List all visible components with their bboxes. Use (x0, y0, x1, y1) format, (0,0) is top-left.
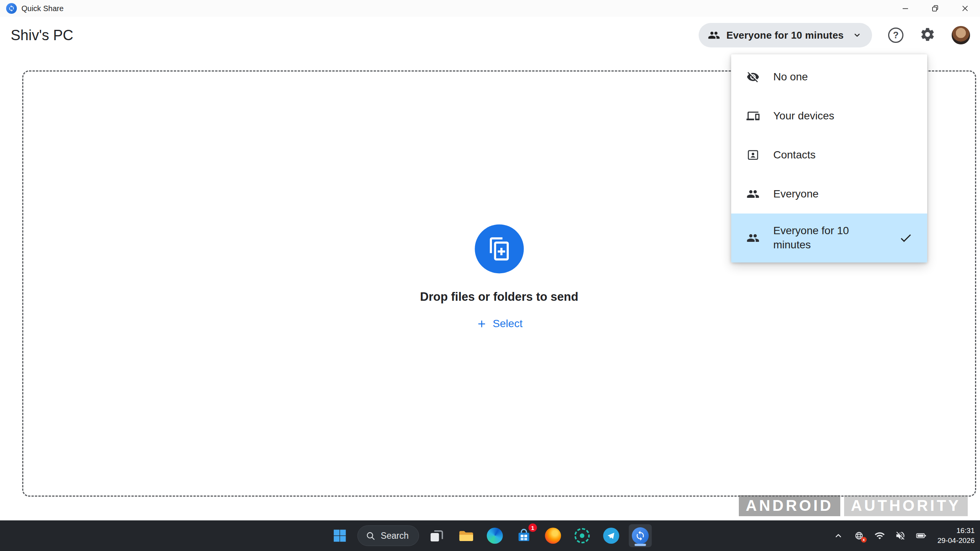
minimize-button[interactable] (890, 0, 920, 17)
store-notification-badge: 1 (528, 523, 537, 532)
watermark-right: AUTHORITY (844, 495, 968, 516)
visibility-menu: No one Your devices Contacts Everyone Ev… (731, 54, 927, 262)
menu-item-your-devices[interactable]: Your devices (731, 96, 927, 135)
hidden-icons-button[interactable] (832, 529, 845, 542)
add-files-icon (475, 224, 524, 273)
help-icon: ? (893, 30, 899, 41)
desktop: Quick Share Shiv's PC Everyone for 10 mi… (0, 0, 980, 551)
start-button[interactable] (328, 524, 351, 547)
taskbar-search[interactable]: Search (358, 525, 419, 546)
settings-button[interactable] (920, 26, 936, 44)
visibility-current-value: Everyone for 10 minutes (726, 29, 844, 41)
battery-tray-button[interactable] (915, 529, 928, 542)
clock-time: 16:31 (956, 526, 975, 536)
people-icon (708, 29, 720, 41)
volume-muted-icon (895, 530, 906, 541)
taskbar-center: Search 1 (328, 520, 652, 551)
menu-item-everyone[interactable]: Everyone (731, 174, 927, 214)
check-icon (899, 231, 913, 245)
chevron-down-icon (852, 30, 862, 40)
help-button[interactable]: ? (888, 28, 903, 43)
telegram-button[interactable] (599, 524, 622, 547)
watermark: ANDROID AUTHORITY (739, 495, 968, 516)
header-actions: Everyone for 10 minutes ? (699, 23, 970, 47)
search-label: Search (381, 531, 409, 541)
microsoft-store-button[interactable]: 1 (512, 524, 535, 547)
folder-icon (457, 528, 474, 544)
quick-share-icon (632, 527, 648, 544)
clock-date: 29-04-2026 (938, 536, 975, 546)
close-button[interactable] (950, 0, 980, 17)
account-avatar[interactable] (952, 26, 970, 44)
titlebar: Quick Share (0, 0, 980, 17)
windows-logo-icon (332, 528, 348, 544)
system-tray: x 16:31 29-04-2026 (832, 520, 975, 551)
visibility-dropdown-button[interactable]: Everyone for 10 minutes (699, 23, 872, 47)
dropzone-content: Drop files or folders to send Select (420, 224, 578, 330)
wifi-tray-button[interactable] (873, 529, 886, 542)
menu-item-no-one[interactable]: No one (731, 57, 927, 96)
chevron-up-icon (833, 530, 844, 541)
taskbar: Search 1 (0, 520, 980, 551)
device-name: Shiv's PC (11, 27, 74, 44)
dashed-circle-app-icon (574, 528, 590, 543)
task-view-button[interactable] (425, 524, 448, 547)
telegram-icon (603, 528, 619, 544)
window-title: Quick Share (21, 4, 64, 13)
task-view-icon (428, 528, 444, 544)
devices-icon (746, 109, 760, 122)
people-icon (746, 231, 760, 245)
taskbar-clock[interactable]: 16:31 29-04-2026 (938, 526, 975, 545)
dropzone-heading: Drop files or folders to send (420, 290, 578, 304)
edge-icon (487, 528, 503, 544)
titlebar-left: Quick Share (0, 3, 64, 14)
error-badge: x (861, 537, 867, 543)
capture-app-button[interactable] (570, 524, 593, 547)
people-icon (746, 187, 760, 201)
firefox-icon (545, 528, 561, 544)
search-icon (366, 531, 376, 541)
gear-icon (920, 26, 936, 42)
menu-item-contacts[interactable]: Contacts (731, 135, 927, 174)
firefox-button[interactable] (541, 524, 564, 547)
menu-item-everyone-10-minutes[interactable]: Everyone for 10 minutes (731, 214, 927, 262)
sync-error-tray-button[interactable]: x (853, 529, 866, 542)
volume-tray-button[interactable] (894, 529, 907, 542)
select-files-button[interactable]: Select (476, 318, 523, 330)
battery-icon (916, 530, 926, 541)
active-app-indicator (634, 544, 646, 546)
select-label: Select (493, 318, 523, 330)
window-controls (890, 0, 980, 17)
plus-icon (476, 318, 487, 329)
maximize-restore-button[interactable] (920, 0, 950, 17)
wifi-icon (874, 530, 885, 541)
quick-share-logo-icon (6, 3, 17, 14)
watermark-left: ANDROID (739, 495, 840, 516)
file-explorer-button[interactable] (454, 524, 477, 547)
visibility-off-icon (746, 70, 760, 83)
app-header: Shiv's PC Everyone for 10 minutes ? (0, 17, 980, 54)
quick-share-taskbar-button[interactable] (629, 524, 652, 547)
contact-card-icon (746, 148, 760, 161)
edge-button[interactable] (483, 524, 506, 547)
